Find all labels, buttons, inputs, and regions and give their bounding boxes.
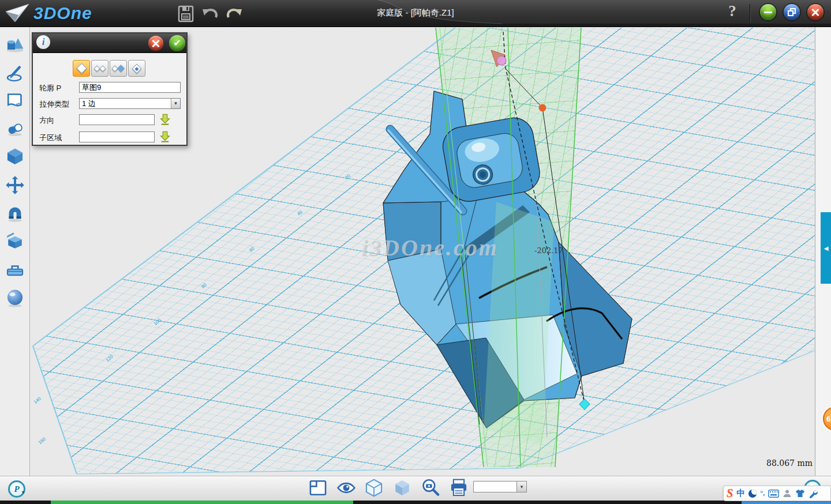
p-mode-button[interactable]: P	[8, 480, 25, 498]
extrude-type-value: 1 边	[80, 99, 180, 108]
app-logo: 3DOne	[5, 2, 92, 24]
window-title: 家庭版 - [阿帕奇.Z1]	[377, 7, 454, 18]
pick-arrow-icon-2	[161, 131, 170, 140]
sidebar-item-move[interactable]	[5, 175, 25, 195]
profile-label: 轮廓 P	[39, 83, 61, 93]
p-label: P	[14, 484, 19, 494]
view-toolbar: P	[0, 476, 831, 501]
mode-extrude-by-offset[interactable]	[128, 60, 145, 77]
dialog-cancel-button[interactable]	[148, 36, 163, 51]
pick-arrow-icon	[161, 114, 170, 123]
print-button[interactable]	[449, 478, 469, 498]
view-dropdown-arrow[interactable]: ▾	[517, 481, 527, 492]
extrude-type-label: 拉伸类型	[39, 99, 69, 110]
redo-button[interactable]	[225, 5, 244, 23]
view-dropdown[interactable]	[473, 481, 517, 492]
sidebar-item-render[interactable]	[5, 288, 25, 308]
split-view-button[interactable]	[308, 478, 328, 498]
info-icon: i	[36, 35, 50, 49]
help-icon: ?	[728, 2, 736, 20]
visibility-button[interactable]	[336, 478, 356, 498]
profile-input[interactable]	[79, 82, 181, 93]
mode-extrude-two-sides[interactable]	[91, 60, 108, 77]
mode-extrude-one-side[interactable]	[73, 60, 90, 77]
printer-icon	[454, 480, 464, 484]
sidebar-item-assembly[interactable]	[5, 204, 25, 223]
lang-indicator[interactable]: 中	[736, 488, 745, 499]
render-sphere-icon	[8, 290, 23, 305]
app-window: 20 40 60 80 100 120 140 160	[0, 0, 831, 504]
titlebar-divider	[750, 4, 751, 22]
close-button[interactable]	[807, 4, 823, 20]
chevron-down-icon[interactable]: ▾	[171, 99, 180, 108]
sketch-icon	[8, 75, 21, 81]
punct-indicator[interactable]: °,	[760, 489, 765, 498]
sidebar-item-edit[interactable]	[5, 119, 25, 138]
edit-eraser-icon	[8, 123, 23, 135]
paper-plane-icon	[5, 2, 30, 24]
restore-button[interactable]	[784, 4, 800, 20]
extrude-type-select[interactable]: 1 边 ▾	[79, 98, 181, 109]
moon-mode-icon[interactable]	[748, 490, 757, 498]
restore-icon-back	[788, 10, 793, 16]
one-side-diamond-icon	[76, 63, 87, 73]
symmetric-icon-b	[117, 65, 125, 72]
p-mode-caret[interactable]: ▾	[22, 490, 24, 495]
subregion-input[interactable]	[79, 131, 155, 142]
zoom-button[interactable]	[421, 478, 440, 498]
titlebar: 3DOne 家庭版 - [阿帕奇.Z1] ?	[0, 0, 831, 27]
mode-extrude-symmetric[interactable]	[110, 60, 127, 77]
sidebar-item-primitives[interactable]	[5, 35, 25, 55]
split-view-icon	[310, 481, 325, 495]
badge-count: 62	[826, 415, 831, 423]
toolbar-sidebar	[0, 27, 30, 476]
minus-icon	[764, 12, 772, 13]
sidebar-item-special-shapes[interactable]	[5, 232, 25, 251]
shaded-button[interactable]	[392, 478, 412, 498]
ime-toolbar: S 中 °,	[723, 486, 831, 501]
two-sides-icon-b	[99, 65, 106, 72]
taskbar-app-green	[51, 501, 353, 504]
offset-icon-core	[134, 67, 138, 71]
collapse-arrow-icon: ◀	[824, 245, 829, 251]
panel-collapse-tab[interactable]: ◀	[821, 212, 831, 284]
move-icon	[6, 176, 24, 194]
direction-input[interactable]	[79, 114, 155, 125]
user-profile-icon[interactable]	[783, 489, 792, 498]
sidebar-item-features[interactable]	[5, 147, 25, 167]
minimize-button[interactable]	[760, 4, 776, 20]
undo-button[interactable]	[201, 5, 219, 23]
grid-tick: 160	[38, 437, 47, 445]
dialog-ok-button[interactable]: ✔	[169, 35, 185, 51]
settings-wrench-icon[interactable]	[808, 489, 818, 498]
grid-tick: 140	[33, 396, 42, 405]
offset-icon	[132, 64, 142, 74]
sidebar-item-sketch[interactable]	[5, 63, 25, 83]
save-button[interactable]	[177, 5, 195, 23]
sidebar-item-sketch-plane[interactable]	[5, 91, 25, 110]
special-shape-icon	[7, 232, 14, 238]
sidebar-item-tools[interactable]	[5, 260, 25, 280]
direction-label: 方向	[39, 115, 54, 126]
sogou-logo[interactable]: S	[727, 487, 733, 500]
taskbar-strip	[0, 501, 831, 504]
keyboard-icon[interactable]	[768, 490, 779, 498]
subregion-pick-button[interactable]	[159, 131, 171, 142]
help-button[interactable]: ?	[724, 2, 741, 23]
subregion-label: 子区域	[39, 133, 62, 143]
brand-text: 3DOne	[33, 3, 92, 23]
wireframe-button[interactable]	[364, 478, 384, 498]
measurement-readout: 88.067 mm	[761, 458, 813, 468]
extrude-dialog: i ✔ 轮廓 P 拉伸类型 1 边	[32, 32, 188, 146]
dialog-header[interactable]: i ✔	[33, 33, 186, 53]
direction-pick-button[interactable]	[159, 114, 171, 125]
skin-shirt-icon[interactable]	[795, 489, 805, 498]
watermark: i3DOne.com	[361, 234, 499, 261]
check-icon: ✔	[173, 38, 181, 48]
extrude-distance-label: -202.17	[534, 246, 563, 255]
